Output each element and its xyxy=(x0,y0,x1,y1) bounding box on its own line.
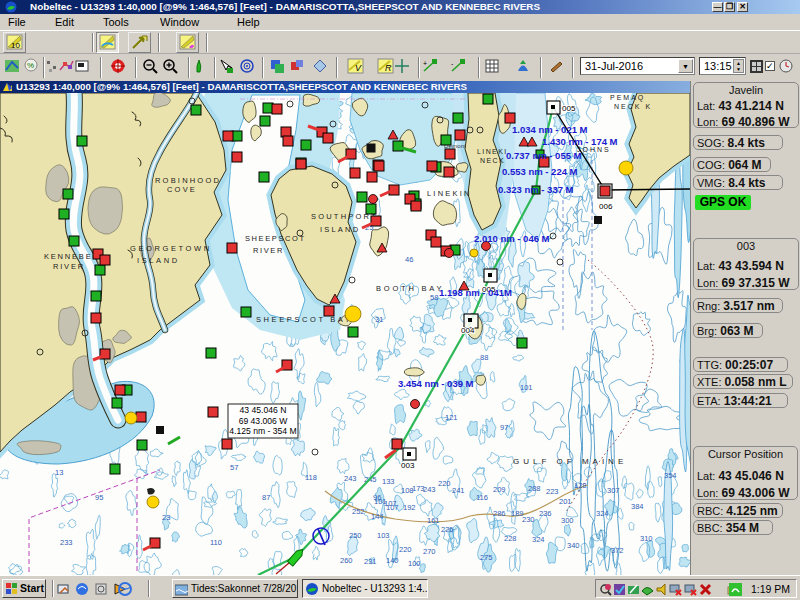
svg-text:226: 226 xyxy=(441,525,454,534)
svg-text:231: 231 xyxy=(364,557,377,566)
svg-text:RIVER: RIVER xyxy=(53,262,85,271)
svg-text:173: 173 xyxy=(412,484,425,493)
svg-text:270: 270 xyxy=(423,547,436,556)
svg-text:0.323 nm - 337 M: 0.323 nm - 337 M xyxy=(498,184,574,195)
svg-text:250: 250 xyxy=(349,531,362,540)
svg-text:+: + xyxy=(423,60,427,67)
svg-text:004: 004 xyxy=(461,326,475,335)
svg-text:230: 230 xyxy=(522,515,535,524)
svg-text:0.737 nm - 055 M: 0.737 nm - 055 M xyxy=(506,150,582,161)
svg-text:ISLAND: ISLAND xyxy=(137,256,180,265)
svg-text:236: 236 xyxy=(539,509,552,518)
svg-text:107: 107 xyxy=(386,503,399,512)
svg-text:ISLAND: ISLAND xyxy=(320,225,360,234)
svg-text:133: 133 xyxy=(382,477,395,486)
svg-text:324: 324 xyxy=(532,535,545,544)
svg-text:SHEEPSCOT BAY: SHEEPSCOT BAY xyxy=(256,315,352,324)
svg-text:233: 233 xyxy=(60,538,73,547)
svg-text:57: 57 xyxy=(230,463,238,472)
svg-text:%: % xyxy=(27,61,34,70)
svg-text:LINEKI: LINEKI xyxy=(477,148,508,155)
svg-text:300: 300 xyxy=(561,516,574,525)
svg-text:69 43.006 W: 69 43.006 W xyxy=(239,416,289,426)
svg-text:005: 005 xyxy=(562,104,576,113)
svg-text:3.454 nm - 039 M: 3.454 nm - 039 M xyxy=(398,378,474,389)
svg-text:220: 220 xyxy=(399,545,412,554)
svg-text:10: 10 xyxy=(11,41,20,50)
svg-text:R: R xyxy=(385,63,392,73)
svg-text:110: 110 xyxy=(210,538,222,547)
svg-text:324: 324 xyxy=(596,509,609,518)
svg-text:95: 95 xyxy=(95,493,103,502)
svg-text:NECK K: NECK K xyxy=(614,103,652,110)
svg-text:GULF OF MAINE: GULF OF MAINE xyxy=(513,457,627,466)
svg-text:243: 243 xyxy=(344,474,357,483)
svg-text:354: 354 xyxy=(664,471,677,480)
svg-text:100: 100 xyxy=(408,559,421,568)
svg-text:340: 340 xyxy=(567,541,580,550)
svg-text:88: 88 xyxy=(480,353,488,362)
svg-text:GEORGETOWN: GEORGETOWN xyxy=(130,244,212,253)
svg-text:241: 241 xyxy=(452,486,465,495)
svg-text:RIVER: RIVER xyxy=(253,246,284,255)
svg-text:286: 286 xyxy=(493,509,506,518)
svg-text:JOHNS: JOHNS xyxy=(577,146,611,153)
svg-text:4.125 nm - 354 M: 4.125 nm - 354 M xyxy=(229,426,296,436)
svg-text:128: 128 xyxy=(574,481,587,490)
svg-text:288: 288 xyxy=(528,484,541,493)
svg-text:101: 101 xyxy=(374,497,387,506)
svg-text:PEMAQ: PEMAQ xyxy=(610,94,645,102)
svg-text:46: 46 xyxy=(405,255,413,264)
svg-text:1.430 nm - 174 M: 1.430 nm - 174 M xyxy=(542,136,618,147)
svg-text:220: 220 xyxy=(438,479,451,488)
svg-text:144: 144 xyxy=(371,512,384,521)
svg-text:BOOTH BAY: BOOTH BAY xyxy=(376,284,444,293)
svg-text:209: 209 xyxy=(493,485,506,494)
svg-text:1.198 nm - 041M: 1.198 nm - 041M xyxy=(439,287,512,298)
svg-text:2.010 nm - 046 M: 2.010 nm - 046 M xyxy=(474,233,550,244)
svg-text:103: 103 xyxy=(377,531,390,540)
svg-text:310: 310 xyxy=(640,534,653,543)
svg-text:V: V xyxy=(355,63,362,73)
svg-text:201: 201 xyxy=(559,497,572,506)
svg-text:118: 118 xyxy=(305,473,317,482)
svg-text:243: 243 xyxy=(423,485,436,494)
svg-text:372: 372 xyxy=(611,546,624,555)
svg-text:189: 189 xyxy=(511,509,524,518)
svg-text:23: 23 xyxy=(162,513,170,522)
svg-text:006: 006 xyxy=(599,202,613,211)
svg-text:87: 87 xyxy=(262,493,270,502)
svg-text:260: 260 xyxy=(340,556,353,565)
svg-text:116: 116 xyxy=(476,493,488,502)
svg-text:97: 97 xyxy=(500,423,508,432)
svg-text:101: 101 xyxy=(520,383,533,392)
svg-text:1.034 nm - 021 M: 1.034 nm - 021 M xyxy=(512,124,588,135)
svg-text:ROBINHOOD: ROBINHOOD xyxy=(155,176,221,185)
svg-text:0.553 nm - 224 M: 0.553 nm - 224 M xyxy=(502,166,578,177)
svg-text:58: 58 xyxy=(430,293,438,302)
svg-text:KENNEBEC: KENNEBEC xyxy=(44,252,100,261)
svg-text:SHEEPSCOT: SHEEPSCOT xyxy=(245,234,306,243)
svg-text:43 45.046 N: 43 45.046 N xyxy=(240,405,287,415)
svg-text:228: 228 xyxy=(504,534,517,543)
svg-text:COVE: COVE xyxy=(167,185,197,194)
svg-text:121: 121 xyxy=(445,413,458,422)
svg-text:252: 252 xyxy=(352,507,365,516)
svg-text:192: 192 xyxy=(403,503,416,512)
svg-text:384: 384 xyxy=(631,502,644,511)
svg-text:NECK: NECK xyxy=(480,157,505,164)
svg-text:161: 161 xyxy=(427,516,440,525)
svg-text:-: - xyxy=(451,60,454,67)
svg-text:003: 003 xyxy=(401,461,415,470)
svg-text:307: 307 xyxy=(607,486,620,495)
svg-text:LINEKIN: LINEKIN xyxy=(427,189,472,198)
svg-text:140: 140 xyxy=(386,556,399,565)
svg-text:13: 13 xyxy=(55,468,63,477)
svg-text:223: 223 xyxy=(546,487,559,496)
svg-text:31: 31 xyxy=(375,315,383,324)
svg-text:275: 275 xyxy=(480,553,493,562)
